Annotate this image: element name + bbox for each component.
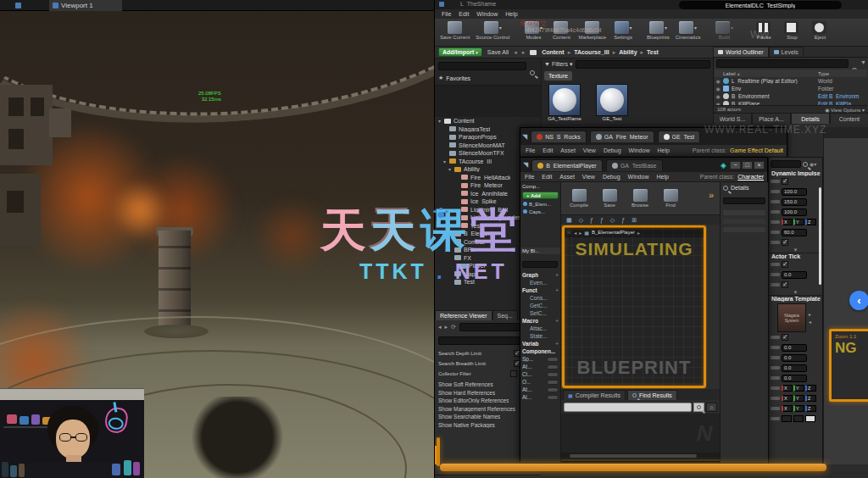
window-control-button[interactable]: − — [730, 161, 741, 170]
find-in-blueprints-button[interactable]: ⌂ — [706, 403, 717, 412]
asset-thumbnail[interactable]: GA_TestFlame — [544, 82, 585, 123]
toolbar-button[interactable]: Save Current — [440, 21, 470, 40]
prev-arrow-icon[interactable]: ◂ — [809, 319, 811, 325]
breadcrumb-item[interactable]: TAcourse_III — [574, 49, 619, 56]
menu-item[interactable]: View — [583, 147, 596, 153]
add-component-button[interactable]: + Add — [522, 192, 559, 199]
blueprint-toolbar-button[interactable]: Compile — [568, 189, 590, 208]
tab-world-outliner[interactable]: World Outliner — [713, 47, 769, 57]
visibility-eye-icon[interactable]: ◉ — [715, 93, 721, 99]
number-field[interactable]: 60.0 — [782, 229, 807, 236]
toolbar-button[interactable]: ▾ Build — [713, 21, 735, 40]
vector-field[interactable]: XYZ — [782, 405, 816, 412]
forward-arrow-icon[interactable]: ▸ — [579, 230, 581, 236]
my-blueprint-row[interactable]: Macro + — [522, 317, 559, 325]
number-field[interactable]: 0.0 — [782, 375, 807, 382]
visibility-toggle[interactable] — [547, 364, 559, 370]
scrollbar-thumb[interactable] — [570, 454, 697, 458]
my-blueprint-row[interactable]: GetC... — [522, 302, 559, 309]
selected-asset-pill[interactable]: ElementalDLC_TestSimply — [679, 1, 842, 9]
next-arrow-icon[interactable]: ▸ — [809, 311, 811, 317]
window-control-button[interactable]: × — [754, 161, 765, 170]
forward-arrow-icon[interactable]: ▸ — [522, 49, 526, 56]
number-field[interactable]: 150.0 — [782, 198, 807, 206]
event-graph[interactable]: ☆ ◂ ▸ ▦ B_ElementalPlayer ▸ SIMULATING B… — [561, 225, 707, 389]
toolbar-button[interactable]: Eject — [809, 21, 831, 40]
breadcrumb-item[interactable]: Content — [542, 49, 574, 56]
toolbar-button[interactable]: Stop — [781, 21, 803, 40]
visibility-eye-icon[interactable]: ◉ — [715, 86, 721, 92]
save-all-button[interactable]: Save All — [487, 49, 509, 55]
checkbox[interactable] — [782, 178, 788, 185]
outliner-row[interactable]: ◉ Env Folder — [715, 85, 867, 92]
checkbox[interactable] — [510, 370, 517, 377]
my-blueprint-row[interactable]: At... — [522, 363, 559, 370]
view-options-button[interactable]: ◉ View Options ▾ — [825, 107, 865, 113]
component-item[interactable]: B_Elem... — [520, 200, 560, 208]
menu-item[interactable]: Help — [505, 11, 517, 17]
my-blueprint-row[interactable]: Funct + — [522, 286, 559, 294]
my-blueprint-row[interactable]: Even... — [522, 279, 559, 286]
menu-item[interactable]: Window — [476, 11, 498, 17]
tab-compiler-results[interactable]: ▦ Compiler Results — [563, 390, 626, 400]
section-dynamic-impulse[interactable]: Dynamic Impulse — [769, 170, 822, 176]
dock-tab[interactable]: Details — [791, 113, 830, 124]
graph-tab-icon[interactable]: ◇ — [579, 217, 583, 224]
search-paths-input[interactable] — [438, 62, 526, 70]
add-icon[interactable]: + — [555, 272, 559, 278]
my-blueprint-row[interactable]: At... — [522, 386, 559, 393]
filter-chip-texture[interactable]: Texture — [544, 71, 572, 81]
toolbar-button[interactable]: ▾ Settings — [612, 21, 634, 40]
blueprint-toolbar-button[interactable]: Save — [598, 189, 620, 208]
menu-item[interactable]: File — [525, 174, 534, 180]
number-field[interactable]: 0.0 — [782, 344, 807, 352]
find-input[interactable] — [564, 403, 692, 412]
number-field[interactable]: 0.0 — [782, 271, 807, 279]
tree-item[interactable]: ▾ Content — [437, 117, 539, 125]
menu-item[interactable]: Window — [629, 147, 650, 153]
blueprint-toolbar-button[interactable]: Browse — [629, 189, 651, 208]
expander-icon[interactable]: ▾ — [443, 158, 449, 164]
toolbar-button[interactable]: ▾ Source Control — [476, 21, 509, 40]
favorite-star-icon[interactable]: ☆ — [566, 229, 571, 236]
number-field[interactable]: 0.0 — [782, 354, 807, 362]
my-blueprint-row[interactable]: Graph + — [522, 271, 559, 279]
filters-button[interactable]: ▼ Filters ▾ — [544, 61, 572, 68]
color-swatches[interactable] — [782, 415, 815, 422]
dock-tab[interactable]: Content — [830, 113, 868, 124]
ref-path-input[interactable] — [459, 323, 524, 331]
history-back-icon[interactable]: ◂ — [438, 324, 442, 331]
my-blueprint-row[interactable]: Componen... — [522, 347, 559, 355]
my-blueprint-search[interactable] — [522, 261, 558, 268]
details-search-input[interactable] — [723, 197, 765, 204]
menu-item[interactable]: Debug — [604, 147, 621, 153]
checkbox[interactable] — [782, 239, 788, 246]
graph-tab-icon[interactable]: ƒ — [590, 217, 593, 223]
refresh-icon[interactable]: ⟳ — [451, 324, 456, 331]
details-search-input[interactable] — [771, 160, 801, 168]
graph-tab-icon[interactable]: ƒ — [621, 217, 625, 223]
add-icon[interactable]: + — [555, 287, 559, 293]
graph-tab-icon[interactable]: ▦ — [566, 217, 572, 224]
menu-item[interactable]: Edit — [459, 11, 469, 17]
graph-tab-icon[interactable]: ƒ — [600, 217, 604, 223]
scrollbar[interactable] — [819, 187, 821, 285]
overlay-prev-button[interactable]: ‹ — [849, 291, 868, 310]
favorites-row[interactable]: ★ Favorites — [438, 75, 470, 81]
my-blueprint-row[interactable]: Attac... — [522, 325, 559, 332]
outliner-row[interactable]: ◉ B_Environment Edit B_Environm — [715, 92, 867, 100]
menu-item[interactable]: File — [526, 147, 535, 153]
outliner-row[interactable]: ◉ L_Realtime (Play at Editor) World — [715, 77, 867, 85]
menu-item[interactable]: File — [442, 11, 451, 17]
vector-field[interactable]: XYZ — [782, 385, 816, 392]
parent-class-value[interactable]: Game Effect Default — [730, 147, 783, 153]
menu-item[interactable]: View — [582, 174, 595, 180]
expander-icon[interactable]: ▾ — [448, 166, 454, 172]
window-control-button[interactable]: □ — [742, 161, 753, 170]
toolbar-button[interactable]: Pause — [753, 21, 775, 40]
breadcrumb-item[interactable]: Ability — [619, 49, 647, 56]
add-icon[interactable]: + — [555, 341, 559, 347]
number-field[interactable]: 0.0 — [782, 364, 807, 372]
filter-funnel-icon[interactable]: ▼ — [860, 59, 866, 65]
expander-icon[interactable]: ▾ — [438, 118, 444, 124]
